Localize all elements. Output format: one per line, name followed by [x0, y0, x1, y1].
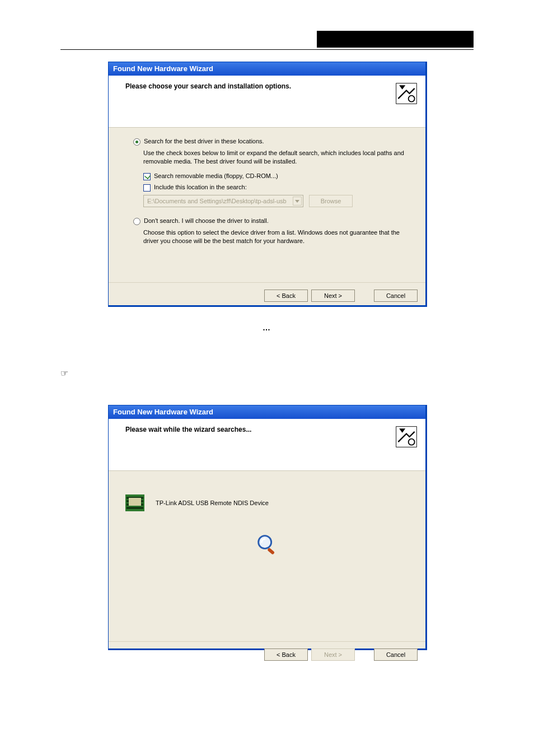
header-rule — [60, 49, 474, 50]
radio-manual-label: Don't search. I will choose the driver t… — [144, 217, 269, 224]
browse-button: Browse — [309, 195, 353, 207]
pointer-icon: ☞ — [60, 368, 68, 379]
window-title: Found New Hardware Wizard — [109, 405, 425, 419]
path-combobox: E:\Documents and Settings\zff\Desktop\tp… — [143, 195, 303, 207]
radio-icon-unselected — [133, 218, 140, 225]
wizard-body: TP-Link ADSL USB Remote NDIS Device — [109, 471, 425, 641]
checkbox-removable-media[interactable]: Search removable media (floppy, CD-ROM..… — [143, 172, 415, 180]
radio-search-locations[interactable]: Search for the best driver in these loca… — [133, 138, 415, 146]
next-button: Next > — [311, 648, 355, 661]
wizard-icon — [394, 81, 419, 106]
checkbox-icon-unchecked — [143, 184, 151, 192]
next-button[interactable]: Next > — [311, 290, 355, 302]
svg-rect-5 — [267, 548, 275, 555]
cancel-button[interactable]: Cancel — [374, 648, 418, 661]
device-icon — [125, 494, 144, 511]
wizard-header: Please wait while the wizard searches... — [109, 419, 425, 471]
wizard-footer: < Back Next > Cancel — [109, 282, 425, 310]
wizard-search-options: Found New Hardware Wizard Please choose … — [108, 62, 427, 307]
radio-manual-install[interactable]: Don't search. I will choose the driver t… — [133, 217, 415, 225]
wizard-icon — [394, 424, 419, 449]
window-title: Found New Hardware Wizard — [109, 62, 425, 76]
device-name: TP-Link ADSL USB Remote NDIS Device — [156, 500, 269, 506]
chevron-down-icon — [293, 197, 302, 206]
wizard-searching: Found New Hardware Wizard Please wait wh… — [108, 405, 427, 650]
radio-search-label: Search for the best driver in these loca… — [144, 138, 264, 144]
path-value: E:\Documents and Settings\zff\Desktop\tp… — [147, 198, 287, 204]
checkbox-include-location[interactable]: Include this location in the search: — [143, 184, 415, 192]
radio-search-help: Use the check boxes below to limit or ex… — [143, 149, 410, 166]
checkbox-icon-checked — [143, 173, 151, 180]
ellipsis: … — [0, 323, 534, 332]
path-row: E:\Documents and Settings\zff\Desktop\tp… — [143, 195, 415, 207]
wizard-header: Please choose your search and installati… — [109, 76, 425, 128]
wizard-footer: < Back Next > Cancel — [109, 641, 425, 669]
radio-icon-selected — [133, 138, 140, 146]
wizard-heading: Please wait while the wizard searches... — [125, 426, 416, 433]
checkbox-removable-label: Search removable media (floppy, CD-ROM..… — [154, 172, 278, 179]
device-row: TP-Link ADSL USB Remote NDIS Device — [125, 494, 409, 511]
radio-manual-help: Choose this option to select the device … — [143, 228, 410, 245]
svg-point-4 — [259, 536, 271, 549]
back-button[interactable]: < Back — [264, 290, 308, 302]
checkbox-include-label: Include this location in the search: — [154, 184, 247, 190]
back-button[interactable]: < Back — [264, 648, 308, 661]
magnifier-icon — [254, 531, 280, 557]
header-banner — [317, 31, 474, 48]
wizard-body: Search for the best driver in these loca… — [109, 128, 425, 282]
cancel-button[interactable]: Cancel — [374, 290, 418, 302]
wizard-heading: Please choose your search and installati… — [125, 82, 416, 90]
